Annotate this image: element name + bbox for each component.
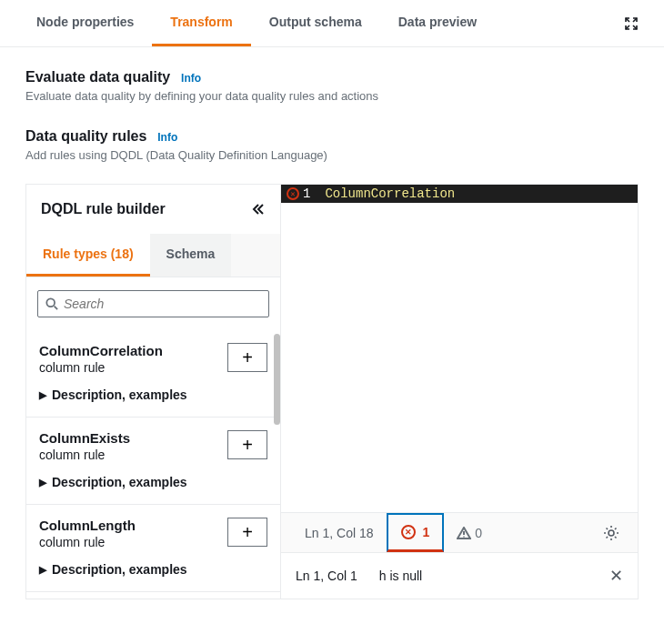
builder-area: DQDL rule builder Rule types (18) Schema… bbox=[25, 184, 639, 599]
add-rule-button[interactable]: + bbox=[227, 518, 267, 547]
section-desc-rules: Add rules using DQDL (Data Quality Defin… bbox=[25, 148, 639, 162]
subtab-schema[interactable]: Schema bbox=[150, 234, 232, 277]
collapse-icon[interactable] bbox=[251, 202, 266, 216]
rule-expand-toggle[interactable]: ▶Description, examples bbox=[39, 562, 267, 577]
code-text: ColumnCorrelation bbox=[325, 186, 455, 201]
svg-point-2 bbox=[463, 536, 465, 538]
error-gutter-icon bbox=[287, 187, 299, 200]
expand-icon[interactable] bbox=[617, 9, 646, 38]
content-header: Evaluate data quality Info Evaluate data… bbox=[0, 47, 664, 184]
section-desc-evaluate: Evaluate data quality by defining your d… bbox=[25, 89, 639, 103]
rule-builder-panel: DQDL rule builder Rule types (18) Schema… bbox=[26, 185, 281, 599]
settings-icon[interactable] bbox=[596, 518, 627, 548]
rule-item: ColumnCorrelation column rule + ▶Descrip… bbox=[26, 330, 280, 418]
scrollbar-thumb[interactable] bbox=[274, 334, 280, 425]
error-icon bbox=[401, 525, 416, 539]
warning-icon bbox=[457, 527, 471, 539]
rule-expand-toggle[interactable]: ▶Description, examples bbox=[39, 475, 267, 489]
tab-data-preview[interactable]: Data preview bbox=[380, 0, 495, 46]
caret-right-icon: ▶ bbox=[39, 564, 46, 576]
caret-right-icon: ▶ bbox=[39, 477, 46, 488]
cursor-position: Ln 1, Col 18 bbox=[292, 513, 387, 552]
section-title-evaluate: Evaluate data quality bbox=[25, 69, 170, 86]
svg-point-3 bbox=[609, 530, 614, 536]
warning-count-tab[interactable]: 0 bbox=[444, 513, 495, 552]
rule-expand-toggle[interactable]: ▶Description, examples bbox=[39, 387, 267, 402]
section-title-rules: Data quality rules bbox=[25, 128, 146, 145]
error-count-tab[interactable]: 1 bbox=[387, 513, 445, 552]
rule-item: ColumnExists column rule + ▶Description,… bbox=[26, 418, 280, 505]
line-number: 1 bbox=[303, 186, 310, 201]
rules-list: ColumnCorrelation column rule + ▶Descrip… bbox=[26, 330, 280, 592]
error-message: h is null bbox=[379, 569, 422, 583]
tab-transform[interactable]: Transform bbox=[152, 0, 250, 46]
close-icon[interactable]: ✕ bbox=[609, 566, 623, 586]
rule-item: ColumnLength column rule + ▶Description,… bbox=[26, 505, 280, 592]
error-detail-row: Ln 1, Col 1 h is null ✕ bbox=[281, 553, 638, 599]
tab-output-schema[interactable]: Output schema bbox=[251, 0, 380, 46]
builder-title: DQDL rule builder bbox=[41, 201, 166, 217]
search-icon bbox=[45, 297, 58, 310]
add-rule-button[interactable]: + bbox=[227, 343, 267, 372]
editor-status-bar: Ln 1, Col 18 1 0 bbox=[281, 513, 638, 553]
builder-subtabs: Rule types (18) Schema bbox=[26, 234, 280, 277]
search-input-wrap[interactable] bbox=[37, 290, 269, 317]
svg-point-0 bbox=[46, 298, 55, 307]
caret-right-icon: ▶ bbox=[39, 389, 46, 401]
error-location: Ln 1, Col 1 bbox=[296, 569, 357, 583]
info-link-evaluate[interactable]: Info bbox=[181, 72, 201, 85]
search-input[interactable] bbox=[64, 297, 261, 311]
tab-node-properties[interactable]: Node properties bbox=[18, 0, 152, 46]
main-tabs: Node properties Transform Output schema … bbox=[0, 0, 664, 47]
code-editor[interactable]: 1 ColumnCorrelation bbox=[281, 185, 638, 513]
subtab-rule-types[interactable]: Rule types (18) bbox=[26, 234, 150, 277]
editor-panel: 1 ColumnCorrelation Ln 1, Col 18 1 0 bbox=[281, 185, 638, 599]
add-rule-button[interactable]: + bbox=[227, 430, 267, 459]
info-link-rules[interactable]: Info bbox=[157, 131, 177, 144]
